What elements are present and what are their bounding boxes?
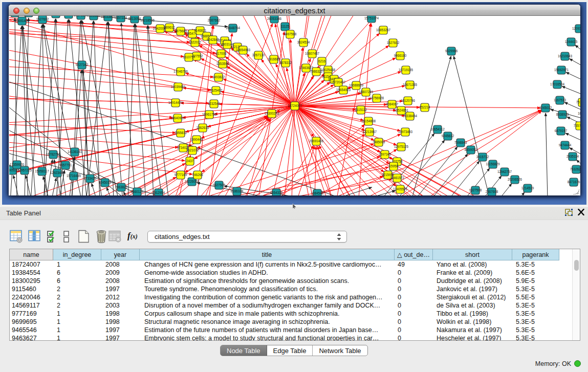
svg-text:10807487: 10807487: [305, 52, 320, 55]
svg-text:7485003: 7485003: [373, 140, 385, 144]
svg-text:18724007: 18724007: [288, 104, 302, 107]
svg-text:9245012: 9245012: [539, 106, 552, 110]
svg-text:16120746: 16120746: [401, 99, 416, 102]
svg-text:20206526: 20206526: [508, 178, 522, 181]
svg-text:12213967: 12213967: [362, 130, 377, 134]
svg-text:17359926: 17359926: [10, 163, 25, 166]
svg-text:417006: 417006: [215, 52, 227, 55]
svg-text:989612: 989612: [164, 26, 175, 29]
svg-text:10853267: 10853267: [376, 28, 391, 32]
svg-text:9657791: 9657791: [59, 163, 72, 167]
svg-text:16648764: 16648764: [226, 26, 241, 30]
svg-text:1362615: 1362615: [197, 126, 209, 129]
svg-text:1353594: 1353594: [216, 62, 229, 65]
svg-text:252214: 252214: [419, 105, 430, 109]
svg-text:10973493: 10973493: [398, 130, 413, 134]
svg-text:3915712: 3915712: [476, 155, 489, 159]
svg-text:8471676: 8471676: [568, 180, 580, 184]
svg-text:9242848: 9242848: [207, 38, 220, 41]
svg-text:10688609: 10688609: [349, 83, 364, 87]
svg-text:10654112: 10654112: [430, 127, 445, 131]
svg-text:1527602: 1527602: [36, 17, 49, 21]
svg-text:8660124: 8660124: [131, 190, 144, 193]
svg-text:1733426: 1733426: [84, 177, 97, 180]
svg-text:15720407: 15720407: [331, 80, 346, 84]
svg-text:15716485: 15716485: [67, 174, 81, 178]
svg-text:1621072: 1621072: [186, 148, 199, 152]
svg-text:1990448: 1990448: [190, 138, 203, 141]
svg-text:7632621: 7632621: [570, 167, 580, 171]
svg-text:20691406: 20691406: [309, 139, 324, 143]
svg-text:13524851: 13524851: [394, 108, 409, 112]
svg-text:3878312: 3878312: [279, 61, 292, 64]
svg-text:7598843: 7598843: [454, 141, 467, 144]
svg-text:8859051: 8859051: [465, 148, 477, 151]
svg-text:7955812: 7955812: [175, 131, 187, 135]
svg-text:9466160: 9466160: [394, 54, 407, 57]
svg-text:7515526: 7515526: [88, 16, 100, 17]
svg-text:9327508: 9327508: [469, 188, 482, 192]
svg-text:15958117: 15958117: [35, 169, 49, 173]
svg-text:17957225: 17957225: [17, 168, 32, 172]
svg-text:1054338: 1054338: [270, 191, 283, 194]
svg-text:3624534: 3624534: [297, 40, 310, 44]
svg-text:26053346: 26053346: [267, 17, 282, 20]
svg-text:16961758: 16961758: [202, 113, 217, 116]
svg-text:9329966: 9329966: [445, 49, 458, 53]
svg-text:9227342: 9227342: [76, 63, 89, 67]
svg-text:7515526: 7515526: [576, 100, 580, 104]
svg-text:16154808: 16154808: [361, 119, 376, 123]
svg-text:16033809: 16033809: [101, 16, 116, 18]
svg-text:9146821: 9146821: [194, 29, 207, 32]
svg-text:10671355: 10671355: [403, 83, 418, 86]
svg-text:1610757: 1610757: [183, 55, 195, 59]
svg-text:17016504: 17016504: [550, 82, 565, 86]
svg-text:16210643: 16210643: [558, 54, 573, 58]
svg-text:12942757: 12942757: [497, 170, 512, 173]
svg-text:6497568: 6497568: [284, 32, 297, 36]
svg-text:9474444: 9474444: [559, 143, 572, 147]
svg-text:746266: 746266: [192, 173, 203, 177]
svg-text:19226058: 19226058: [185, 180, 200, 183]
svg-text:6479197: 6479197: [555, 129, 568, 133]
svg-text:1527602: 1527602: [387, 41, 400, 45]
svg-text:11156829: 11156829: [486, 162, 500, 166]
svg-text:2867608: 2867608: [486, 190, 498, 193]
svg-text:10671355: 10671355: [74, 16, 89, 17]
svg-text:3875685: 3875685: [175, 29, 187, 33]
svg-text:17463627: 17463627: [299, 66, 314, 70]
svg-text:7663822: 7663822: [115, 185, 128, 189]
svg-text:1597349: 1597349: [379, 152, 391, 156]
svg-text:8938923: 8938923: [556, 113, 569, 116]
svg-text:11125: 11125: [281, 25, 290, 28]
svg-text:9777169: 9777169: [175, 173, 187, 177]
svg-text:12405571: 12405571: [393, 187, 408, 191]
svg-text:6216: 6216: [318, 59, 326, 63]
svg-text:2437: 2437: [186, 159, 194, 163]
svg-text:1244415: 1244415: [565, 40, 578, 43]
svg-text:1084546: 1084546: [311, 191, 324, 195]
svg-text:10025438: 10025438: [321, 68, 336, 72]
svg-text:19338454: 19338454: [403, 114, 418, 118]
svg-text:16033809: 16033809: [578, 112, 580, 115]
svg-text:1615112: 1615112: [355, 108, 367, 112]
svg-text:2087682: 2087682: [208, 18, 221, 22]
svg-text:10756928: 10756928: [369, 96, 384, 100]
svg-text:19654923: 19654923: [336, 88, 351, 92]
svg-text:1322037: 1322037: [189, 40, 202, 44]
svg-text:18807249: 18807249: [359, 90, 374, 94]
svg-text:19218506: 19218506: [140, 18, 155, 22]
svg-text:12093822: 12093822: [572, 27, 580, 30]
svg-text:9245612: 9245612: [442, 134, 454, 138]
svg-text:17046796: 17046796: [173, 70, 188, 73]
svg-text:10719155: 10719155: [399, 68, 413, 72]
svg-text:1232549: 1232549: [208, 102, 221, 105]
svg-text:2935114: 2935114: [567, 155, 579, 158]
svg-text:8912954: 8912954: [153, 191, 165, 194]
svg-text:18640910: 18640910: [170, 116, 185, 120]
svg-text:15958: 15958: [389, 164, 398, 168]
svg-text:3267130: 3267130: [252, 53, 265, 57]
svg-text:12923448: 12923448: [50, 171, 65, 174]
svg-text:15751074: 15751074: [364, 16, 379, 20]
svg-text:8186328: 8186328: [231, 189, 244, 193]
